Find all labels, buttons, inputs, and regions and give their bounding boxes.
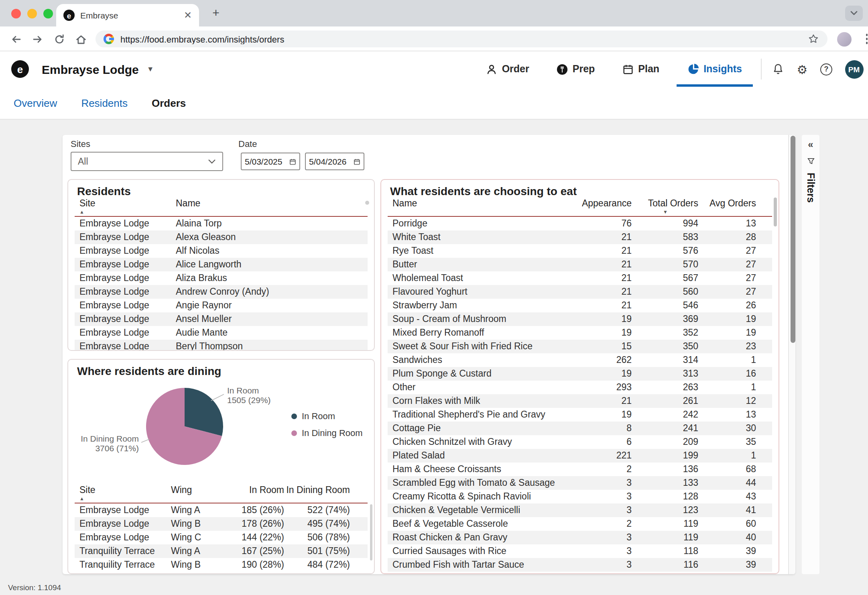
column-header-in-dining[interactable]: In Dining Room xyxy=(284,484,350,503)
table-row[interactable]: Flavoured Yoghurt 21 560 27 xyxy=(388,285,772,299)
expand-pane-icon[interactable]: « xyxy=(808,139,813,150)
scrollbar-thumb[interactable] xyxy=(790,136,795,343)
home-button[interactable] xyxy=(72,31,89,47)
table-row[interactable]: Roast Chicken & Pan Gravy 3 119 40 xyxy=(388,531,772,544)
table-row[interactable]: Mixed Berry Romanoff 19 352 19 xyxy=(388,326,772,340)
table-row[interactable]: Embrayse Lodge Beryl Thompson xyxy=(75,340,368,351)
tab-residents[interactable]: Residents xyxy=(81,97,128,109)
nav-plan[interactable]: Plan xyxy=(608,51,673,87)
nav-order-label: Order xyxy=(502,63,529,75)
column-header-site[interactable]: Site ▲ xyxy=(79,198,176,216)
tab-overview[interactable]: Overview xyxy=(14,97,57,109)
nav-prep[interactable]: Prep xyxy=(543,51,609,87)
callout-value: 1505 (29%) xyxy=(227,395,271,405)
table-row[interactable]: Sweet & Sour Fish with Fried Rice 15 350… xyxy=(388,340,772,353)
column-header-name[interactable]: Name xyxy=(392,198,575,216)
fullscreen-window-button[interactable] xyxy=(43,8,53,18)
table-row[interactable]: Chicken & Vegetable Vermicelli 3 123 41 xyxy=(388,503,772,517)
column-header-total-orders[interactable]: Total Orders ▼ xyxy=(632,198,698,216)
reload-button[interactable] xyxy=(51,31,67,47)
org-switcher[interactable]: Embrayse Lodge ▼ xyxy=(42,51,154,87)
column-header-site[interactable]: Site ▲ xyxy=(79,484,171,503)
table-row[interactable]: Embrayse Lodge Wing B 178 (26%) 495 (74%… xyxy=(75,517,368,531)
table-row[interactable]: Embrayse Lodge Aliza Brakus xyxy=(75,271,368,285)
canvas-scrollbar[interactable] xyxy=(788,135,795,574)
table-row[interactable]: Embrayse Lodge Andrew Conroy (Andy) xyxy=(75,285,368,299)
date-to-field[interactable] xyxy=(305,153,364,170)
settings-button[interactable]: ⚙ xyxy=(790,51,814,87)
tab-search-button[interactable] xyxy=(845,6,862,21)
table-row[interactable]: Embrayse Lodge Wing C 144 (22%) 506 (78%… xyxy=(75,531,368,544)
table-row[interactable]: Wholemeal Toast 21 567 27 xyxy=(388,271,772,285)
table-row[interactable]: Beef & Vegetable Casserole 2 119 60 xyxy=(388,517,772,531)
table-row[interactable]: Plated Salad 221 199 1 xyxy=(388,449,772,463)
legend-dot-icon xyxy=(291,430,297,436)
legend-item-in-room[interactable]: In Room xyxy=(291,411,335,421)
table-row[interactable]: Corn Flakes with Milk 21 261 12 xyxy=(388,394,772,408)
table-row[interactable]: Rye Toast 21 576 27 xyxy=(388,244,772,258)
table-row[interactable]: Embrayse Lodge Alf Nicolas xyxy=(75,244,368,258)
table-scrollbar[interactable] xyxy=(774,198,777,226)
table-row[interactable]: Tea - White 40 115 3 xyxy=(388,572,772,574)
table-row[interactable]: Soup - Cream of Mushroom 19 369 19 xyxy=(388,312,772,326)
table-row[interactable]: Embrayse Lodge Angie Raynor xyxy=(75,299,368,312)
nav-insights[interactable]: Insights xyxy=(673,51,756,87)
table-row[interactable]: Ham & Cheese Croissants 2 136 68 xyxy=(388,463,772,476)
table-row[interactable]: White Toast 21 583 28 xyxy=(388,230,772,244)
table-row[interactable]: Cottage Pie 8 241 30 xyxy=(388,422,772,435)
browser-menu-button[interactable] xyxy=(860,31,868,47)
table-row[interactable]: Embrayse Lodge Alexa Gleason xyxy=(75,230,368,244)
dining-pie-chart[interactable]: In Room 1505 (29%) In Dining Room 3706 (… xyxy=(76,377,293,476)
date-to-input[interactable] xyxy=(309,157,353,166)
nav-order[interactable]: Order xyxy=(472,51,543,87)
sites-dropdown[interactable]: All xyxy=(71,152,223,171)
address-bar[interactable] xyxy=(96,31,827,47)
table-row[interactable]: Curried Sausages with Rice 3 118 39 xyxy=(388,544,772,558)
table-scrollbar[interactable] xyxy=(370,504,372,560)
table-row[interactable]: Crumbed Fish with Tartar Sauce 3 116 39 xyxy=(388,558,772,572)
user-avatar[interactable]: PM xyxy=(845,60,863,78)
table-row[interactable]: Embrayse Lodge Audie Mante xyxy=(75,326,368,340)
column-header-avg-orders[interactable]: Avg Orders xyxy=(698,198,756,216)
column-header-name[interactable]: Name xyxy=(176,198,368,216)
table-row[interactable]: Sandwiches 262 314 1 xyxy=(388,353,772,367)
back-button[interactable] xyxy=(7,31,24,47)
column-header-in-room[interactable]: In Room xyxy=(219,484,284,503)
tab-orders[interactable]: Orders xyxy=(152,97,186,109)
table-row[interactable]: Tranquility Terrace Wing A 167 (25%) 501… xyxy=(75,544,368,558)
browser-tab[interactable]: e Embrayse ✕ xyxy=(56,4,199,26)
date-from-input[interactable] xyxy=(245,157,289,166)
column-header-appearance[interactable]: Appearance xyxy=(575,198,632,216)
table-row[interactable]: Plum Sponge & Custard 19 313 16 xyxy=(388,367,772,381)
table-row[interactable]: Strawberry Jam 21 546 26 xyxy=(388,299,772,312)
table-row[interactable]: Embrayse Lodge Wing A 185 (26%) 522 (74%… xyxy=(75,503,368,517)
date-from-field[interactable] xyxy=(241,153,300,170)
forward-button[interactable] xyxy=(29,31,46,47)
legend-item-in-dining[interactable]: In Dining Room xyxy=(291,428,363,438)
bookmark-star-icon[interactable] xyxy=(807,33,819,45)
table-row[interactable]: Scrambled Egg with Tomato & Sausage 3 13… xyxy=(388,476,772,490)
table-row[interactable]: Porridge 76 994 13 xyxy=(388,217,772,230)
help-button[interactable]: ? xyxy=(814,51,838,87)
browser-profile-avatar[interactable] xyxy=(837,32,852,46)
dining-panel: Where residents are dining In Room 1505 … xyxy=(67,359,375,574)
filter-pane-collapsed[interactable]: « Filters xyxy=(802,135,819,574)
url-input[interactable] xyxy=(120,34,807,44)
table-row[interactable]: Tranquility Terrace Wing B 190 (28%) 484… xyxy=(75,558,368,572)
minimize-window-button[interactable] xyxy=(27,8,37,18)
column-header-wing[interactable]: Wing xyxy=(171,484,219,503)
tab-close-icon[interactable]: ✕ xyxy=(184,10,192,20)
report-content: Sites All Date xyxy=(0,120,868,595)
table-row[interactable]: Chicken Schnitzel with Gravy 6 209 35 xyxy=(388,435,772,449)
close-window-button[interactable] xyxy=(11,8,21,18)
table-row[interactable]: Creamy Ricotta & Spinach Ravioli 3 128 4… xyxy=(388,490,772,503)
table-row[interactable]: Butter 21 570 27 xyxy=(388,258,772,271)
new-tab-button[interactable]: + xyxy=(209,6,223,20)
table-row[interactable]: Embrayse Lodge Alice Langworth xyxy=(75,258,368,271)
table-row[interactable]: Embrayse Lodge Alaina Torp xyxy=(75,217,368,230)
forward-arrow-icon xyxy=(31,33,44,45)
table-row[interactable]: Traditional Shepherd's Pie and Gravy 19 … xyxy=(388,408,772,422)
notifications-button[interactable] xyxy=(766,51,790,87)
table-row[interactable]: Other 293 263 1 xyxy=(388,381,772,394)
table-row[interactable]: Embrayse Lodge Ansel Mueller xyxy=(75,312,368,326)
